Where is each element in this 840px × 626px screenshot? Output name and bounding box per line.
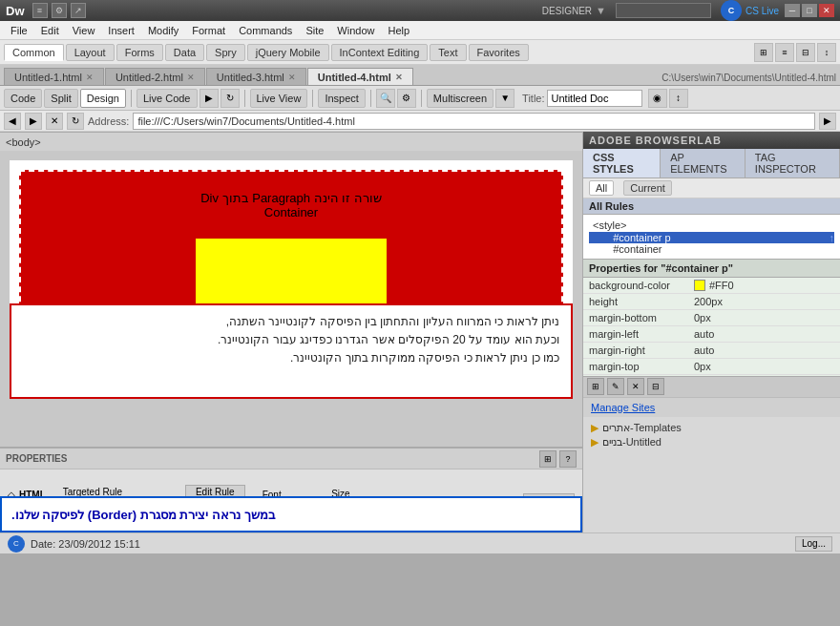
files-panel-inner: ▶ אתרים-Templates ▶ בניים-Untitled [583,417,840,453]
insert-tab-jquery[interactable]: jQuery Mobile [247,44,329,61]
insert-tab-forms[interactable]: Forms [116,44,163,61]
doc-tab-3[interactable]: Untitled-3.html ✕ [206,68,306,85]
file-item-2[interactable]: ▶ בניים-Untitled [587,435,836,449]
insert-icon-4[interactable]: ↕ [817,43,836,62]
doc-tab-1[interactable]: Untitled-1.html ✕ [4,68,104,85]
maximize-button[interactable]: □ [802,4,817,17]
rule-style[interactable]: <style> [589,219,834,232]
tab-tag-inspector[interactable]: TAG INSPECTOR [746,149,840,177]
bottom-status-bar: C Date: 23/09/2012 15:11 Log... [0,532,840,553]
title-icon-3[interactable]: ↗ [71,3,86,18]
tab-css-styles[interactable]: CSS STYLES [583,149,661,177]
title-icon-2[interactable]: ⚙ [52,3,67,18]
insert-tab-common[interactable]: Common [4,44,64,61]
inspect-button[interactable]: Inspect [318,89,365,108]
editor: <body> שורה זו הינה Paragraph בתוך Div C… [0,132,582,532]
toolbar-icon-4[interactable]: ⚙ [397,89,416,108]
current-button[interactable]: Current [623,180,672,196]
file-item-1[interactable]: ▶ אתרים-Templates [587,421,836,435]
menu-modify[interactable]: Modify [141,23,185,38]
document-tabs: Untitled-1.html ✕ Untitled-2.html ✕ Unti… [0,65,840,86]
app-logo: Dw [6,4,25,18]
doc-tab-4[interactable]: Untitled-4.html ✕ [307,68,413,85]
insert-tab-favorites[interactable]: Favorites [469,44,529,61]
title-input[interactable] [547,90,642,107]
title-icon-1[interactable]: ≡ [32,3,48,18]
prop-row-margin-right: margin-right auto [583,343,840,359]
tab-ap-elements[interactable]: AP ELEMENTS [661,149,746,177]
prop-val-margin-left[interactable]: auto [688,326,840,342]
preview-icon[interactable]: ◉ [648,89,667,108]
search-input[interactable] [616,3,711,18]
prop-panel-icon-2[interactable]: ? [559,450,577,468]
cs-live-label: CS Live [746,6,779,16]
addr-go[interactable]: ▶ [819,113,836,130]
close-button[interactable]: ✕ [819,4,834,17]
date-label: Date: 23/09/2012 15:11 [31,538,140,550]
insert-tab-data[interactable]: Data [165,44,204,61]
code-button[interactable]: Code [4,89,42,108]
design-button[interactable]: Design [80,89,126,108]
insert-icon-2[interactable]: ≡ [775,43,794,62]
sync-icon[interactable]: ↕ [669,89,688,108]
prop-name-margin-top: margin-top [583,359,688,374]
addr-forward[interactable]: ▶ [25,113,42,130]
prop-val-margin-bottom[interactable]: 0px [688,310,840,325]
bgcolor-swatch[interactable] [694,280,705,291]
addr-stop[interactable]: ✕ [46,113,63,130]
prop-val-margin-top[interactable]: 0px [688,359,840,374]
insert-icon-1[interactable]: ⊞ [754,43,773,62]
address-input[interactable]: file:///C:/Users/win7/Documents/Untitled… [133,113,815,130]
live-view-button[interactable]: Live View [250,89,308,108]
log-button[interactable]: Log... [795,536,832,552]
prop-val-height[interactable]: 200px [688,294,840,309]
doc-tab-2[interactable]: Untitled-2.html ✕ [105,68,205,85]
toolbar-icon-2[interactable]: ↻ [220,89,240,108]
addressbar: ◀ ▶ ✕ ↻ Address: file:///C:/Users/win7/D… [0,111,840,132]
status-icon: C [8,535,25,553]
toolbar-separator-3 [312,90,313,107]
prop-name-margin-right: margin-right [583,343,688,358]
insert-tab-incontext[interactable]: InContext Editing [331,44,429,61]
right-panel: ADOBE BROWSERLAB CSS STYLES AP ELEMENTS … [582,132,840,532]
panel-toolbar: ⊞ ✎ ✕ ⊟ [583,376,840,397]
menu-view[interactable]: View [66,23,102,38]
rule-container[interactable]: #container [589,243,834,255]
menu-format[interactable]: Format [185,23,232,38]
insert-tab-text[interactable]: Text [430,44,466,61]
menu-site[interactable]: Site [299,23,330,38]
toolbar-icon-1[interactable]: ▶ [200,89,219,108]
live-code-button[interactable]: Live Code [136,89,198,108]
multiscreen-button[interactable]: Multiscreen [427,89,494,108]
insert-tab-layout[interactable]: Layout [66,44,115,61]
rule-container-p[interactable]: #container p ↑ [589,232,834,243]
toolbar-icon-3[interactable]: 🔍 [376,89,395,108]
menu-window[interactable]: Window [330,23,381,38]
prop-val-margin-right[interactable]: auto [688,343,840,358]
panel-tool-3[interactable]: ✕ [627,378,644,395]
insert-icon-3[interactable]: ⊟ [796,43,815,62]
addr-back[interactable]: ◀ [4,113,21,130]
menu-help[interactable]: Help [381,23,416,38]
info-line-1: ניתן לראות כי המרווח העליון והתחתון בין … [23,313,559,331]
menu-commands[interactable]: Commands [232,23,299,38]
panel-tool-2[interactable]: ✎ [607,378,624,395]
prop-panel-icon-1[interactable]: ⊞ [539,450,556,468]
panel-tool-1[interactable]: ⊞ [587,378,604,395]
toolbar-icon-5[interactable]: ▼ [495,89,514,108]
minimize-button[interactable]: ─ [785,4,800,17]
menu-insert[interactable]: Insert [101,23,141,38]
menu-file[interactable]: File [4,23,34,38]
manage-sites-link[interactable]: Manage Sites [583,397,840,417]
prop-val-bgcolor[interactable]: #FF0 [688,278,840,293]
title-icons: ≡ ⚙ ↗ [32,3,86,18]
info-line-3: כמו כן ניתן לראות כי הפיסקה ממוקרות בתוך… [23,349,559,367]
addr-refresh[interactable]: ↻ [67,113,84,130]
files-panel: ▶ אתרים-Templates ▶ בניים-Untitled [583,417,840,533]
all-button[interactable]: All [589,180,614,196]
insert-tab-spry[interactable]: Spry [206,44,245,61]
prop-row-margin-top: margin-top 0px [583,359,840,375]
menu-edit[interactable]: Edit [34,23,66,38]
split-button[interactable]: Split [44,89,77,108]
panel-tool-4[interactable]: ⊟ [647,378,664,395]
